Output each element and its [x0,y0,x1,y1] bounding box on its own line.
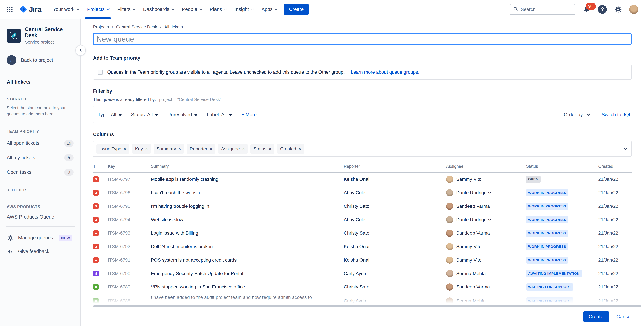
nav-item-apps[interactable]: Apps [257,0,281,19]
remove-column-icon[interactable]: × [210,146,212,151]
issue-reporter: Carly Aydin [344,298,446,304]
switch-to-jql-link[interactable]: Switch to JQL [602,112,632,117]
assignee-name: Sammy Vito [456,177,482,182]
queue-name-input[interactable] [93,33,632,45]
nav-item-insight[interactable]: Insight [230,0,257,19]
team-priority-checkbox[interactable] [98,70,103,75]
filter-dropdown-type[interactable]: Type: All [98,112,122,117]
give-feedback[interactable]: Give feedback [7,248,74,255]
assignee-avatar [446,243,453,250]
gear-icon [7,234,14,242]
nav-item-people[interactable]: People [178,0,206,19]
columns-select[interactable]: Issue Type×Key×Summary×Reporter×Assignee… [93,141,632,157]
remove-column-icon[interactable]: × [178,146,181,151]
remove-column-icon[interactable]: × [269,146,272,151]
manage-queues[interactable]: Manage queues NEW [7,234,74,242]
chevron-down-icon [199,7,202,10]
column-chip-reporter[interactable]: Reporter× [186,144,215,153]
remove-column-icon[interactable]: × [299,146,301,151]
chevron-down-icon [171,7,174,10]
remove-column-icon[interactable]: × [145,146,148,151]
issue-assignee: Sandeep Varma [446,283,526,290]
table-row[interactable]: ITSM-6794Website is slowAbby ColeDante R… [93,213,632,226]
column-chip-status[interactable]: Status× [250,144,274,153]
collapse-sidebar-button[interactable] [76,45,86,56]
chevron-down-icon [107,7,110,10]
order-by-dropdown[interactable]: Order by [558,106,595,123]
issue-created-date: 21/Jan/22 [598,244,632,249]
more-filters-button[interactable]: + More [241,112,257,117]
nav-left: Jira Your workProjectsFiltersDashboardsP… [5,0,309,19]
column-chip-issue-type[interactable]: Issue Type× [96,144,129,153]
jira-logo[interactable]: Jira [19,5,41,14]
issue-reporter: Christy Sato [344,230,446,236]
breadcrumb-item-all-tickets[interactable]: All tickets [164,24,183,30]
filter-dropdown-unresolved[interactable]: Unresolved [168,112,198,117]
chevron-down-icon [251,7,254,10]
column-chip-key[interactable]: Key× [132,144,151,153]
incident-icon [93,177,99,182]
assignee-avatar [446,257,453,264]
assignee-name: Sandeep Varma [456,284,490,290]
issue-status-cell: AWAITING IMPLEMENTATION [526,270,598,277]
nav-item-label: Filters [117,7,130,12]
nav-item-filters[interactable]: Filters [113,0,139,19]
table-row[interactable]: ITSM-6796I can't reach the website.Abby … [93,186,632,200]
settings-button[interactable] [614,5,623,14]
remove-column-icon[interactable]: × [242,146,245,151]
queue-groups-link[interactable]: Learn more about queue groups. [351,69,419,75]
breadcrumb-item-projects[interactable]: Projects [93,24,109,30]
app-switcher-icon[interactable] [5,5,14,14]
sidebar-item-open-tasks[interactable]: Open tasks0 [7,165,74,180]
chevron-down-icon [586,112,590,116]
table-row[interactable]: ITSM-6793Login issue with BillingChristy… [93,226,632,240]
nav-item-dashboards[interactable]: Dashboards [139,0,178,19]
filter-dropdown-label[interactable]: Label: All [207,112,232,117]
horizontal-scrollbar[interactable] [93,305,641,307]
new-badge: NEW [59,235,72,241]
back-to-project[interactable]: ← Back to project [7,55,74,65]
search-input[interactable] [521,7,572,12]
issue-created-date: 21/Jan/22 [598,284,632,290]
column-chip-assignee[interactable]: Assignee× [218,144,248,153]
issue-status-cell: WORK IN PROGRESS [526,230,598,237]
issue-key: ITSM-6796 [108,190,151,196]
help-button[interactable]: ? [598,5,607,14]
table-row[interactable]: ITSM-6789VPN stopped working in San Fran… [93,280,632,294]
nav-item-plans[interactable]: Plans [206,0,230,19]
help-icon: ? [598,5,607,14]
issue-assignee: Sandeep Varma [446,230,526,237]
form-footer: Create Cancel [93,307,632,326]
global-create-button[interactable]: Create [284,4,309,15]
user-avatar[interactable] [629,5,638,14]
table-row[interactable]: ITSM-6797Mobile app is randomly crashing… [93,173,632,186]
sidebar-item-aws-products-queue[interactable]: AWS Products Queue [7,214,74,220]
starred-heading: STARRED [7,97,74,101]
notifications-button[interactable]: 9+ [582,5,591,14]
issue-type-cell [93,177,108,182]
sidebar-item-all-open-tickets[interactable]: All open tickets19 [7,136,74,150]
nav-item-your-work[interactable]: Your work [49,0,83,19]
cancel-button[interactable]: Cancel [616,314,632,319]
remove-column-icon[interactable]: × [124,146,126,151]
create-queue-button[interactable]: Create [583,311,609,322]
issue-created-date: 21/Jan/22 [598,177,632,182]
nav-item-projects[interactable]: Projects [83,0,113,19]
table-row[interactable]: ITSM-6791POS system is not accepting cre… [93,253,632,267]
table-row[interactable]: ITSM-6792Dell 24 inch monitor is brokenK… [93,240,632,253]
incident-icon [93,257,99,263]
global-search[interactable] [510,4,576,15]
issue-reporter: Keisha Onai [344,244,446,249]
sidebar-item-all-tickets[interactable]: All tickets [7,79,74,85]
column-chip-summary[interactable]: Summary× [154,144,184,153]
table-row[interactable]: ITSM-6790Emergency Security Patch Update… [93,267,632,280]
table-row[interactable]: ITSM-6795I'm having trouble logging in.C… [93,200,632,213]
column-chip-created[interactable]: Created× [277,144,304,153]
filter-row: Type: AllStatus: AllUnresolvedLabel: All… [93,106,632,123]
sidebar-item-all-my-tickets[interactable]: All my tickets5 [7,150,74,165]
other-section-toggle[interactable]: OTHER [7,188,74,193]
column-header-summary: Summary [151,164,344,169]
table-row[interactable]: ITSM-6788I have been added to the audit … [93,294,632,305]
breadcrumb-item-central-service-desk[interactable]: Central Service Desk [116,24,157,30]
filter-dropdown-status[interactable]: Status: All [131,112,158,117]
